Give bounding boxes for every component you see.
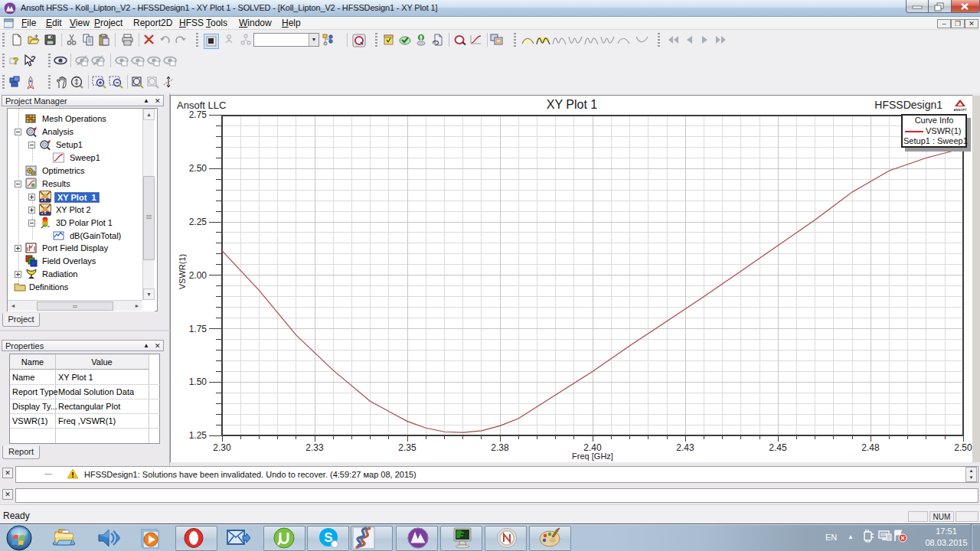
- svg-text:?: ?: [13, 56, 18, 67]
- svg-text:?: ?: [31, 54, 36, 64]
- svg-text:ANSOFT: ANSOFT: [953, 108, 967, 112]
